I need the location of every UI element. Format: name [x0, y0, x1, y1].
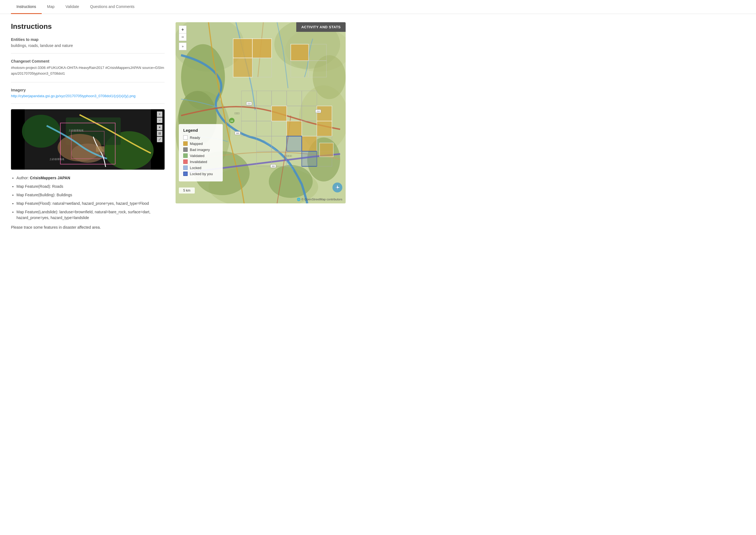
- expand-button[interactable]: »: [179, 42, 187, 50]
- tab-validate[interactable]: Validate: [60, 0, 85, 14]
- thumb-zoom-out[interactable]: −: [157, 118, 162, 123]
- info-list: Author: CrisisMappers JAPAN Map Feature(…: [11, 175, 165, 221]
- list-item: Map Feature(Road): Roads: [16, 183, 165, 189]
- svg-text:□□□: □□□: [234, 112, 239, 115]
- legend-swatch-locked-by-you: [183, 172, 188, 176]
- changeset-label: Changeset Comment: [11, 59, 165, 63]
- svg-text:□□□□: □□□□: [285, 154, 292, 157]
- map-legend: Legend Ready Mapped Bad imagery: [179, 124, 223, 182]
- list-item: Map Feature(Flood): natural=wetland, haz…: [16, 201, 165, 207]
- svg-rect-49: [302, 136, 317, 151]
- svg-point-79: [337, 187, 338, 188]
- tab-map[interactable]: Map: [42, 0, 60, 14]
- divider-2: [11, 82, 165, 82]
- legend-item-locked-by-you: Locked by you: [183, 172, 218, 176]
- zoom-controls: + − »: [179, 25, 187, 50]
- svg-text:210: 210: [247, 103, 251, 104]
- svg-text:66: 66: [230, 120, 233, 123]
- nav-tabs: Instructions Map Validate Questions and …: [0, 0, 756, 14]
- list-item: Map Feature(Landslide): landuse=brownfie…: [16, 209, 165, 221]
- legend-item-validated: Validated: [183, 154, 218, 158]
- svg-rect-10: [96, 146, 104, 152]
- svg-rect-24: [233, 39, 252, 58]
- left-panel: Instructions Entities to map buildings, …: [11, 22, 165, 230]
- entities-label: Entities to map: [11, 37, 165, 42]
- svg-rect-52: [287, 136, 302, 151]
- svg-rect-28: [291, 44, 309, 61]
- main-map-panel[interactable]: 66 □□□ □□□□ 210 210 386 386 ACTIVI: [176, 22, 346, 203]
- thumb-compass[interactable]: ✦: [157, 125, 162, 130]
- page-container: Instructions Map Validate Questions and …: [0, 0, 756, 535]
- thumb-expand[interactable]: ⤢: [157, 137, 162, 142]
- entities-value: buildings, roads, landuse and nature: [11, 43, 165, 48]
- list-item: Map Feature(Building): Buildings: [16, 192, 165, 198]
- legend-item-mapped: Mapped: [183, 141, 218, 146]
- svg-text:土砂崩壊地域: 土砂崩壊地域: [68, 129, 83, 132]
- svg-rect-25: [252, 39, 272, 58]
- svg-rect-48: [287, 121, 302, 136]
- legend-swatch-mapped: [183, 141, 188, 146]
- main-content: Instructions Entities to map buildings, …: [0, 14, 357, 238]
- right-panel: 66 □□□ □□□□ 210 210 386 386 ACTIVI: [176, 22, 346, 230]
- svg-text:386: 386: [236, 132, 239, 134]
- osm-attribution: 🌐 © OpenStreetMap contributors: [297, 198, 342, 201]
- activity-stats-button[interactable]: ACTIVITY AND STATS: [296, 22, 346, 32]
- page-title: Instructions: [11, 22, 165, 31]
- scale-bar: 5 km: [179, 187, 195, 193]
- svg-text:386: 386: [272, 165, 275, 167]
- legend-item-ready: Ready: [183, 135, 218, 140]
- legend-swatch-validated: [183, 154, 188, 158]
- map-thumbnail: 土砂崩壊地域 土砂崩壊地域 + − ✦ ⊞ ⤢: [11, 109, 165, 170]
- legend-swatch-ready: [183, 135, 188, 140]
- legend-title: Legend: [183, 128, 218, 132]
- thumbnail-svg: 土砂崩壊地域 土砂崩壊地域: [11, 109, 165, 170]
- legend-swatch-invalidated: [183, 159, 188, 164]
- thumb-layers[interactable]: ⊞: [157, 131, 162, 136]
- svg-rect-26: [233, 58, 252, 77]
- thumb-map-controls: + − ✦ ⊞ ⤢: [157, 111, 162, 142]
- thumb-zoom-in[interactable]: +: [157, 111, 162, 117]
- svg-rect-47: [272, 106, 287, 121]
- changeset-value: #hotosm-project-3306 #FUKUOKA-OHITA-Heav…: [11, 65, 165, 76]
- compass-icon: [335, 184, 340, 190]
- imagery-label: Imagery: [11, 88, 165, 92]
- svg-rect-53: [302, 151, 317, 166]
- compass-button[interactable]: [333, 183, 342, 192]
- divider-3: [11, 103, 165, 104]
- legend-item-bad-imagery: Bad imagery: [183, 147, 218, 152]
- tab-instructions[interactable]: Instructions: [11, 0, 42, 14]
- svg-rect-61: [320, 143, 333, 157]
- svg-rect-51: [317, 106, 332, 121]
- svg-text:210: 210: [316, 110, 320, 112]
- list-item: Author: CrisisMappers JAPAN: [16, 175, 165, 181]
- svg-text:土砂崩壊地域: 土砂崩壊地域: [49, 158, 64, 160]
- tab-questions[interactable]: Questions and Comments: [85, 0, 140, 14]
- legend-item-invalidated: Invalidated: [183, 159, 218, 164]
- trace-text: Please trace some features in disaster a…: [11, 225, 165, 230]
- zoom-out-button[interactable]: −: [179, 33, 187, 41]
- svg-point-20: [269, 165, 313, 198]
- legend-swatch-locked: [183, 165, 188, 170]
- svg-point-1: [22, 115, 60, 148]
- legend-swatch-bad-imagery: [183, 147, 188, 152]
- svg-rect-50: [317, 121, 332, 136]
- legend-item-locked: Locked: [183, 165, 218, 170]
- imagery-url: http://cyberjapandata.gsi.go.jp/xyz/2017…: [11, 94, 165, 98]
- zoom-in-button[interactable]: +: [179, 25, 187, 33]
